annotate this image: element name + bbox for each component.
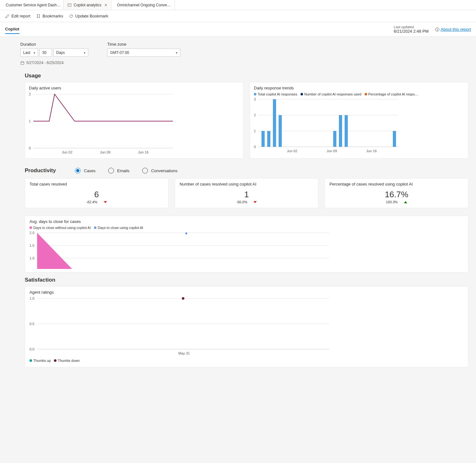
svg-text:Jun 16: Jun 16 bbox=[138, 150, 149, 154]
chevron-down-icon: ▾ bbox=[34, 51, 35, 55]
update-bookmark-button[interactable]: Update Bookmark bbox=[69, 14, 108, 18]
legend-dot bbox=[94, 226, 96, 229]
card-title: Avg. days to close for cases bbox=[30, 219, 464, 224]
refresh-icon bbox=[69, 14, 73, 18]
ratings-legend: Thumbs up Thumbs down bbox=[30, 359, 464, 362]
usage-section-title: Usage bbox=[25, 73, 468, 79]
bookmark-icon bbox=[36, 14, 41, 18]
avg-days-to-close-card: Avg. days to close for cases Days to clo… bbox=[25, 216, 468, 272]
svg-rect-6 bbox=[21, 62, 24, 64]
svg-rect-20 bbox=[267, 131, 270, 147]
last-updated-value: 6/21/2024 2:48 PM bbox=[394, 29, 429, 34]
satisfaction-section-title: Satisfaction bbox=[25, 277, 468, 283]
kpi-total-cases-resolved: Total cases resolved 6 -82.4% bbox=[25, 178, 169, 208]
svg-point-4 bbox=[437, 28, 437, 29]
svg-marker-33 bbox=[37, 233, 72, 269]
legend-dot bbox=[54, 359, 56, 362]
drt-legend: Total copilot AI responses Number of cop… bbox=[254, 92, 464, 96]
legend-dot bbox=[365, 93, 367, 95]
report-icon bbox=[67, 3, 72, 7]
legend-dot bbox=[30, 226, 32, 229]
tab-customer-service-dashboard[interactable]: Customer Service Agent Dash… bbox=[0, 0, 63, 10]
pencil-icon bbox=[5, 14, 10, 18]
kpi-percent-resolved-copilot: Percentage of cases resolved using copil… bbox=[325, 178, 468, 208]
trend-up-icon bbox=[404, 201, 407, 203]
bookmarks-button[interactable]: Bookmarks bbox=[36, 14, 63, 18]
trend-down-icon bbox=[104, 201, 107, 203]
chevron-down-icon: ▾ bbox=[176, 51, 177, 55]
kpi-cases-resolved-copilot: Number of cases resolved using copilot A… bbox=[175, 178, 319, 208]
tab-label: Customer Service Agent Dash… bbox=[6, 3, 61, 7]
radio-icon bbox=[75, 168, 81, 173]
tab-label: Omnichannel Ongoing Conve… bbox=[117, 3, 171, 7]
daily-active-users-card: Daily active users 2 1 0 Jun 02 Jun 09 J… bbox=[25, 82, 243, 159]
radio-emails[interactable]: Emails bbox=[108, 168, 129, 173]
duration-label: Duration bbox=[20, 42, 88, 47]
svg-point-34 bbox=[185, 232, 187, 234]
radio-conversations[interactable]: Conversations bbox=[142, 168, 177, 173]
svg-point-38 bbox=[182, 297, 184, 300]
document-tabs: Customer Service Agent Dash… Copilot ana… bbox=[0, 0, 476, 10]
tab-copilot-analytics[interactable]: Copilot analytics × bbox=[63, 0, 111, 10]
svg-rect-25 bbox=[345, 115, 348, 147]
svg-rect-26 bbox=[393, 131, 396, 147]
info-icon bbox=[435, 27, 440, 32]
copilot-section-tab[interactable]: Copilot bbox=[5, 25, 19, 34]
chevron-down-icon: ▾ bbox=[84, 51, 85, 55]
svg-rect-24 bbox=[339, 115, 342, 147]
agent-ratings-card: Agent ratings 1.0 0.5 0.0 May 31 Thumbs … bbox=[25, 286, 468, 367]
date-range-display: 5/27/2024 - 6/25/2024 bbox=[0, 59, 476, 65]
daily-response-trends-card: Daily response trends Total copilot AI r… bbox=[250, 82, 468, 159]
radio-icon bbox=[142, 168, 148, 173]
legend-dot bbox=[30, 359, 32, 362]
card-title: Agent ratings bbox=[30, 290, 464, 295]
report-toolbar: Edit report Bookmarks Update Bookmark bbox=[0, 10, 476, 22]
legend-dot bbox=[301, 93, 303, 95]
timezone-label: Time zone bbox=[107, 42, 180, 47]
timezone-select[interactable]: GMT-07:00 ▾ bbox=[107, 49, 180, 57]
close-icon[interactable]: × bbox=[104, 3, 107, 8]
svg-rect-5 bbox=[437, 29, 437, 30]
svg-text:Jun 02: Jun 02 bbox=[287, 149, 297, 153]
svg-rect-23 bbox=[333, 131, 336, 147]
last-updated: Last updated 6/21/2024 2:48 PM bbox=[394, 25, 429, 34]
legend-dot bbox=[254, 93, 256, 95]
duration-mode-select[interactable]: Last ▾ bbox=[20, 49, 38, 57]
svg-text:Jun 09: Jun 09 bbox=[327, 149, 337, 153]
tab-label: Copilot analytics bbox=[74, 3, 101, 7]
duration-value-input[interactable]: 30 bbox=[39, 49, 52, 57]
productivity-radio-group: Cases Emails Conversations bbox=[75, 168, 177, 173]
svg-rect-21 bbox=[273, 99, 276, 147]
calendar-icon bbox=[20, 61, 24, 65]
svg-text:May 31: May 31 bbox=[178, 351, 190, 355]
svg-text:Jun 09: Jun 09 bbox=[100, 150, 110, 154]
timezone-filter: Time zone GMT-07:00 ▾ bbox=[107, 42, 180, 57]
avg-days-legend: Days to close without using copilot AI D… bbox=[30, 226, 464, 230]
tab-omnichannel-ongoing[interactable]: Omnichannel Ongoing Conve… bbox=[111, 0, 175, 10]
duration-filter: Duration Last ▾ 30 Days ▾ bbox=[20, 42, 88, 57]
radio-cases[interactable]: Cases bbox=[75, 168, 96, 173]
svg-text:Jun 02: Jun 02 bbox=[62, 150, 72, 154]
card-title: Daily active users bbox=[29, 86, 239, 90]
edit-report-button[interactable]: Edit report bbox=[5, 14, 30, 18]
productivity-section-title: Productivity bbox=[25, 167, 56, 174]
radio-icon bbox=[108, 168, 114, 173]
filters-row: Duration Last ▾ 30 Days ▾ Time zone GMT-… bbox=[0, 37, 476, 59]
svg-rect-19 bbox=[261, 131, 265, 147]
card-title: Daily response trends bbox=[254, 86, 464, 90]
last-updated-label: Last updated bbox=[394, 25, 429, 29]
svg-rect-22 bbox=[279, 115, 282, 147]
svg-text:Jun 16: Jun 16 bbox=[366, 149, 377, 153]
duration-unit-select[interactable]: Days ▾ bbox=[53, 49, 88, 57]
trend-down-icon bbox=[254, 201, 257, 203]
about-report-link[interactable]: About this report bbox=[435, 27, 471, 32]
subheader: Copilot Last updated 6/21/2024 2:48 PM A… bbox=[0, 22, 476, 37]
